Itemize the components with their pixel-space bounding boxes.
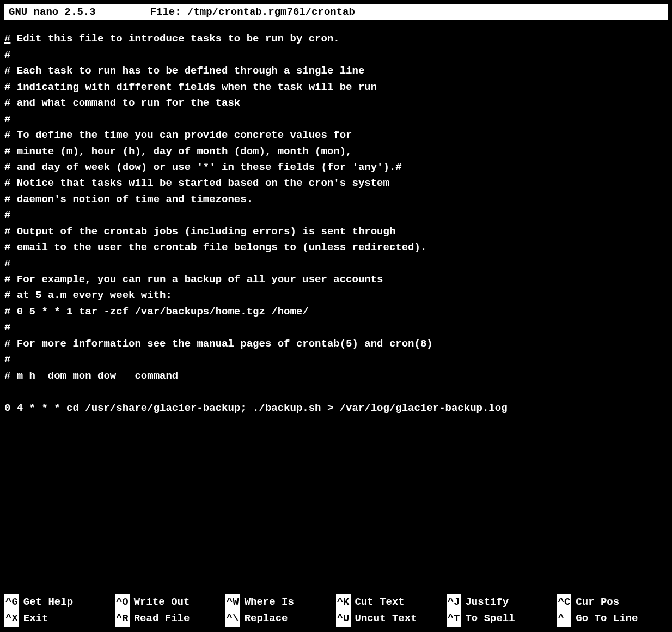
editor-line: # minute (m), hour (h), day of month (do…	[4, 144, 668, 160]
editor-line: # Edit this file to introduce tasks to b…	[4, 31, 668, 47]
shortcut-key: ^\	[225, 611, 240, 627]
shortcut-key: ^O	[115, 594, 130, 610]
editor-line: # For more information see the manual pa…	[4, 336, 668, 352]
shortcut-label: Read File	[134, 611, 190, 627]
title-bar: GNU nano 2.5.3 File: /tmp/crontab.rgm76l…	[4, 4, 668, 20]
shortcut-item[interactable]: ^TTo Spell	[447, 611, 557, 627]
shortcut-label: Cut Text	[355, 594, 405, 610]
shortcut-item[interactable]: ^KCut Text	[336, 594, 447, 610]
shortcut-key: ^W	[225, 594, 240, 610]
editor-line: #	[4, 112, 668, 127]
shortcut-label: Where Is	[245, 594, 294, 610]
shortcut-key: ^T	[447, 611, 461, 627]
file-path: File: /tmp/crontab.rgm76l/crontab	[118, 4, 663, 20]
editor-line: # For example, you can run a backup of a…	[4, 272, 668, 288]
shortcut-label: Replace	[245, 611, 288, 627]
editor-line: #	[4, 352, 668, 368]
editor-line: #	[4, 256, 668, 272]
shortcut-bar: ^GGet Help^OWrite Out^WWhere Is^KCut Tex…	[4, 594, 668, 627]
shortcut-item[interactable]: ^GGet Help	[4, 594, 115, 610]
app-name: GNU nano 2.5.3	[9, 4, 118, 20]
shortcut-label: Exit	[23, 611, 48, 627]
editor-line: #	[4, 320, 668, 336]
editor-line: # and day of week (dow) or use '*' in th…	[4, 160, 668, 175]
shortcut-item[interactable]: ^RRead File	[115, 611, 225, 627]
editor-line: # email to the user the crontab file bel…	[4, 240, 668, 256]
shortcut-item[interactable]: ^JJustify	[447, 594, 557, 610]
editor-line: # Output of the crontab jobs (including …	[4, 224, 668, 240]
shortcut-row: ^XExit^RRead File^\Replace^UUncut Text^T…	[4, 611, 668, 627]
shortcut-label: Justify	[465, 594, 509, 610]
shortcut-row: ^GGet Help^OWrite Out^WWhere Is^KCut Tex…	[4, 594, 668, 610]
editor-line: # and what command to run for the task	[4, 95, 668, 111]
shortcut-item[interactable]: ^_Go To Line	[557, 611, 668, 627]
editor-line: # 0 5 * * 1 tar -zcf /var/backups/home.t…	[4, 304, 668, 320]
shortcut-key: ^X	[4, 611, 19, 627]
editor-line: 0 4 * * * cd /usr/share/glacier-backup; …	[4, 400, 668, 416]
shortcut-key: ^K	[336, 594, 351, 610]
shortcut-key: ^C	[557, 594, 572, 610]
editor-line: #	[4, 208, 668, 223]
editor-line: # at 5 a.m every week with:	[4, 288, 668, 303]
shortcut-label: Uncut Text	[355, 611, 417, 627]
shortcut-label: Go To Line	[576, 611, 638, 627]
editor-line: # Notice that tasks will be started base…	[4, 175, 668, 191]
shortcut-key: ^R	[115, 611, 130, 627]
editor-line	[4, 384, 668, 400]
editor-line: # indicating with different fields when …	[4, 80, 668, 95]
editor-content[interactable]: # Edit this file to introduce tasks to b…	[0, 20, 672, 416]
shortcut-key: ^J	[447, 594, 461, 610]
shortcut-item[interactable]: ^UUncut Text	[336, 611, 447, 627]
shortcut-key: ^G	[4, 594, 19, 610]
shortcut-item[interactable]: ^WWhere Is	[225, 594, 336, 610]
editor-line: # m h dom mon dow command	[4, 368, 668, 384]
shortcut-key: ^_	[557, 611, 572, 627]
editor-line: # Each task to run has to be defined thr…	[4, 63, 668, 79]
shortcut-item[interactable]: ^CCur Pos	[557, 594, 668, 610]
shortcut-label: Write Out	[134, 594, 190, 610]
editor-line: # daemon's notion of time and timezones.	[4, 192, 668, 208]
shortcut-label: Get Help	[23, 594, 73, 610]
editor-line: #	[4, 47, 668, 63]
shortcut-label: To Spell	[465, 611, 515, 627]
shortcut-item[interactable]: ^XExit	[4, 611, 115, 627]
cursor: #	[4, 33, 10, 45]
shortcut-key: ^U	[336, 611, 351, 627]
shortcut-item[interactable]: ^\Replace	[225, 611, 336, 627]
editor-line: # To define the time you can provide con…	[4, 127, 668, 143]
shortcut-label: Cur Pos	[576, 594, 619, 610]
shortcut-item[interactable]: ^OWrite Out	[115, 594, 225, 610]
